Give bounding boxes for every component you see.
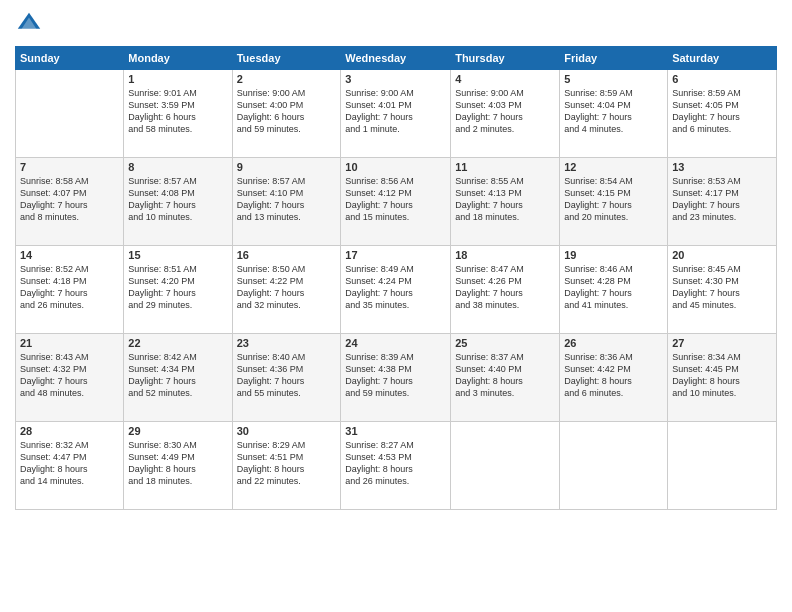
day-number: 24 [345, 337, 446, 349]
day-number: 5 [564, 73, 663, 85]
week-row-2: 7Sunrise: 8:58 AMSunset: 4:07 PMDaylight… [16, 158, 777, 246]
day-number: 12 [564, 161, 663, 173]
day-cell: 21Sunrise: 8:43 AMSunset: 4:32 PMDayligh… [16, 334, 124, 422]
week-row-1: 1Sunrise: 9:01 AMSunset: 3:59 PMDaylight… [16, 70, 777, 158]
day-cell: 18Sunrise: 8:47 AMSunset: 4:26 PMDayligh… [451, 246, 560, 334]
day-cell: 13Sunrise: 8:53 AMSunset: 4:17 PMDayligh… [668, 158, 777, 246]
day-info: Sunrise: 8:59 AMSunset: 4:05 PMDaylight:… [672, 87, 772, 136]
day-info: Sunrise: 8:46 AMSunset: 4:28 PMDaylight:… [564, 263, 663, 312]
day-info: Sunrise: 8:56 AMSunset: 4:12 PMDaylight:… [345, 175, 446, 224]
day-number: 25 [455, 337, 555, 349]
day-number: 20 [672, 249, 772, 261]
day-cell: 4Sunrise: 9:00 AMSunset: 4:03 PMDaylight… [451, 70, 560, 158]
day-info: Sunrise: 8:55 AMSunset: 4:13 PMDaylight:… [455, 175, 555, 224]
day-info: Sunrise: 8:52 AMSunset: 4:18 PMDaylight:… [20, 263, 119, 312]
day-cell [560, 422, 668, 510]
day-info: Sunrise: 8:59 AMSunset: 4:04 PMDaylight:… [564, 87, 663, 136]
day-cell: 12Sunrise: 8:54 AMSunset: 4:15 PMDayligh… [560, 158, 668, 246]
day-number: 17 [345, 249, 446, 261]
day-number: 3 [345, 73, 446, 85]
day-number: 7 [20, 161, 119, 173]
day-cell: 29Sunrise: 8:30 AMSunset: 4:49 PMDayligh… [124, 422, 232, 510]
day-header-sunday: Sunday [16, 47, 124, 70]
day-info: Sunrise: 8:32 AMSunset: 4:47 PMDaylight:… [20, 439, 119, 488]
week-row-4: 21Sunrise: 8:43 AMSunset: 4:32 PMDayligh… [16, 334, 777, 422]
day-cell: 17Sunrise: 8:49 AMSunset: 4:24 PMDayligh… [341, 246, 451, 334]
day-number: 1 [128, 73, 227, 85]
day-number: 15 [128, 249, 227, 261]
day-number: 9 [237, 161, 337, 173]
day-number: 13 [672, 161, 772, 173]
day-number: 10 [345, 161, 446, 173]
day-header-wednesday: Wednesday [341, 47, 451, 70]
day-cell: 3Sunrise: 9:00 AMSunset: 4:01 PMDaylight… [341, 70, 451, 158]
day-info: Sunrise: 8:27 AMSunset: 4:53 PMDaylight:… [345, 439, 446, 488]
day-number: 16 [237, 249, 337, 261]
day-cell: 16Sunrise: 8:50 AMSunset: 4:22 PMDayligh… [232, 246, 341, 334]
day-info: Sunrise: 9:00 AMSunset: 4:01 PMDaylight:… [345, 87, 446, 136]
day-info: Sunrise: 8:53 AMSunset: 4:17 PMDaylight:… [672, 175, 772, 224]
day-info: Sunrise: 8:51 AMSunset: 4:20 PMDaylight:… [128, 263, 227, 312]
day-cell: 8Sunrise: 8:57 AMSunset: 4:08 PMDaylight… [124, 158, 232, 246]
day-info: Sunrise: 8:57 AMSunset: 4:08 PMDaylight:… [128, 175, 227, 224]
day-cell: 28Sunrise: 8:32 AMSunset: 4:47 PMDayligh… [16, 422, 124, 510]
day-info: Sunrise: 8:29 AMSunset: 4:51 PMDaylight:… [237, 439, 337, 488]
day-cell: 25Sunrise: 8:37 AMSunset: 4:40 PMDayligh… [451, 334, 560, 422]
day-info: Sunrise: 8:42 AMSunset: 4:34 PMDaylight:… [128, 351, 227, 400]
day-info: Sunrise: 8:43 AMSunset: 4:32 PMDaylight:… [20, 351, 119, 400]
day-number: 6 [672, 73, 772, 85]
day-cell: 22Sunrise: 8:42 AMSunset: 4:34 PMDayligh… [124, 334, 232, 422]
day-info: Sunrise: 8:39 AMSunset: 4:38 PMDaylight:… [345, 351, 446, 400]
day-cell: 27Sunrise: 8:34 AMSunset: 4:45 PMDayligh… [668, 334, 777, 422]
day-cell: 20Sunrise: 8:45 AMSunset: 4:30 PMDayligh… [668, 246, 777, 334]
day-number: 22 [128, 337, 227, 349]
day-cell: 11Sunrise: 8:55 AMSunset: 4:13 PMDayligh… [451, 158, 560, 246]
day-number: 14 [20, 249, 119, 261]
day-header-thursday: Thursday [451, 47, 560, 70]
day-cell: 23Sunrise: 8:40 AMSunset: 4:36 PMDayligh… [232, 334, 341, 422]
day-number: 28 [20, 425, 119, 437]
day-number: 2 [237, 73, 337, 85]
day-cell [451, 422, 560, 510]
day-cell: 24Sunrise: 8:39 AMSunset: 4:38 PMDayligh… [341, 334, 451, 422]
day-number: 29 [128, 425, 227, 437]
day-header-friday: Friday [560, 47, 668, 70]
day-cell: 2Sunrise: 9:00 AMSunset: 4:00 PMDaylight… [232, 70, 341, 158]
header [15, 10, 777, 38]
day-number: 21 [20, 337, 119, 349]
day-cell: 15Sunrise: 8:51 AMSunset: 4:20 PMDayligh… [124, 246, 232, 334]
day-info: Sunrise: 9:00 AMSunset: 4:00 PMDaylight:… [237, 87, 337, 136]
day-number: 30 [237, 425, 337, 437]
day-number: 26 [564, 337, 663, 349]
day-number: 31 [345, 425, 446, 437]
day-number: 18 [455, 249, 555, 261]
week-row-3: 14Sunrise: 8:52 AMSunset: 4:18 PMDayligh… [16, 246, 777, 334]
day-cell: 10Sunrise: 8:56 AMSunset: 4:12 PMDayligh… [341, 158, 451, 246]
day-number: 8 [128, 161, 227, 173]
day-info: Sunrise: 8:58 AMSunset: 4:07 PMDaylight:… [20, 175, 119, 224]
day-info: Sunrise: 8:30 AMSunset: 4:49 PMDaylight:… [128, 439, 227, 488]
day-info: Sunrise: 9:00 AMSunset: 4:03 PMDaylight:… [455, 87, 555, 136]
day-info: Sunrise: 9:01 AMSunset: 3:59 PMDaylight:… [128, 87, 227, 136]
day-info: Sunrise: 8:40 AMSunset: 4:36 PMDaylight:… [237, 351, 337, 400]
day-info: Sunrise: 8:36 AMSunset: 4:42 PMDaylight:… [564, 351, 663, 400]
day-header-monday: Monday [124, 47, 232, 70]
day-info: Sunrise: 8:34 AMSunset: 4:45 PMDaylight:… [672, 351, 772, 400]
day-cell [668, 422, 777, 510]
day-info: Sunrise: 8:54 AMSunset: 4:15 PMDaylight:… [564, 175, 663, 224]
logo-icon [15, 10, 43, 38]
day-cell: 19Sunrise: 8:46 AMSunset: 4:28 PMDayligh… [560, 246, 668, 334]
day-number: 27 [672, 337, 772, 349]
day-info: Sunrise: 8:37 AMSunset: 4:40 PMDaylight:… [455, 351, 555, 400]
day-header-saturday: Saturday [668, 47, 777, 70]
day-info: Sunrise: 8:57 AMSunset: 4:10 PMDaylight:… [237, 175, 337, 224]
day-cell: 1Sunrise: 9:01 AMSunset: 3:59 PMDaylight… [124, 70, 232, 158]
day-number: 23 [237, 337, 337, 349]
day-info: Sunrise: 8:50 AMSunset: 4:22 PMDaylight:… [237, 263, 337, 312]
week-row-5: 28Sunrise: 8:32 AMSunset: 4:47 PMDayligh… [16, 422, 777, 510]
day-number: 11 [455, 161, 555, 173]
day-cell: 31Sunrise: 8:27 AMSunset: 4:53 PMDayligh… [341, 422, 451, 510]
day-cell [16, 70, 124, 158]
day-cell: 30Sunrise: 8:29 AMSunset: 4:51 PMDayligh… [232, 422, 341, 510]
day-number: 4 [455, 73, 555, 85]
